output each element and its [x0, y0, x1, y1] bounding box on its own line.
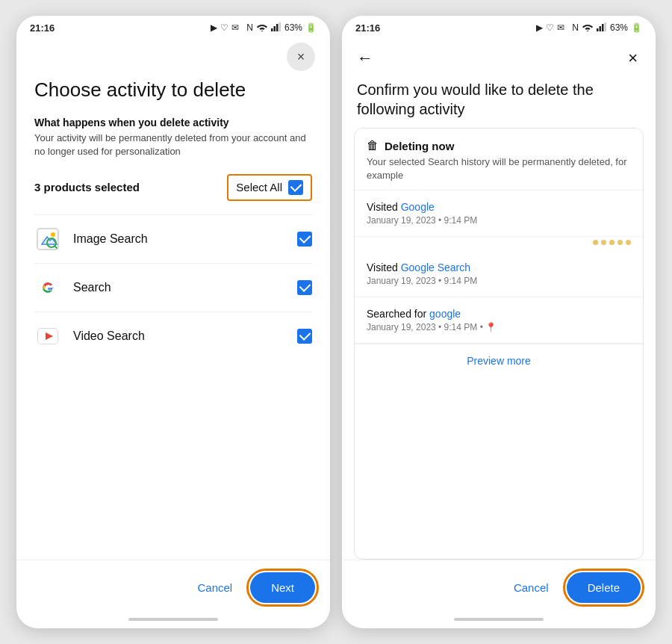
cancel-button-1[interactable]: Cancel	[188, 574, 241, 601]
battery-text: 63%	[284, 22, 302, 33]
cancel-button-2[interactable]: Cancel	[505, 574, 558, 601]
activity-card: 🗑 Deleting now Your selected Search hist…	[354, 128, 644, 560]
dot	[593, 240, 598, 245]
signal-icon-2	[597, 22, 607, 34]
heart-icon-2: ♡	[546, 22, 554, 33]
list-item[interactable]: Video Search	[34, 312, 312, 360]
svg-point-8	[51, 232, 55, 237]
search-name: Search	[73, 281, 297, 294]
status-bar-1: 21:16 ▶ ♡ ✉ N 63% 🔋	[16, 16, 330, 37]
back-arrow-icon: ←	[357, 49, 373, 67]
google-search-link[interactable]: Google Search	[401, 261, 470, 273]
dot	[626, 240, 631, 245]
signal-icon	[271, 22, 281, 34]
back-button[interactable]: ←	[354, 46, 376, 71]
youtube-icon: ▶	[211, 22, 217, 33]
image-search-name: Image Search	[73, 232, 297, 246]
mail-icon-2: ✉	[557, 22, 564, 33]
svg-rect-1	[273, 26, 276, 31]
confirm-title: Confirm you would like to delete the fol…	[342, 74, 656, 128]
products-count: 3 products selected	[34, 181, 140, 193]
heart-icon: ♡	[220, 22, 228, 33]
select-all-box[interactable]: Select All	[227, 174, 312, 201]
status-icons-1: ▶ ♡ ✉ N 63% 🔋	[211, 22, 317, 34]
nfc-icon-2: N	[572, 22, 579, 33]
list-item[interactable]: Search	[34, 263, 312, 312]
searched-google-date: January 19, 2023 • 9:14 PM • 📍	[367, 322, 631, 332]
status-time-2: 21:16	[355, 22, 380, 34]
svg-rect-16	[602, 24, 604, 31]
visited-google-search: Visited Google Search	[367, 261, 631, 273]
battery-icon: 🔋	[305, 22, 317, 33]
list-item[interactable]: Image Search	[34, 214, 312, 263]
home-indicator-2	[454, 618, 544, 621]
screen1-title: Choose activity to delete	[34, 78, 312, 102]
svg-rect-17	[604, 22, 606, 31]
select-all-label: Select All	[236, 181, 282, 193]
video-search-checkbox[interactable]	[297, 329, 312, 344]
screen1-phone: 21:16 ▶ ♡ ✉ N 63% 🔋 × Choose activity to…	[16, 16, 330, 628]
svg-rect-0	[271, 28, 273, 31]
close-icon-2: ×	[628, 49, 638, 67]
dots-separator	[593, 240, 631, 245]
google-link[interactable]: Google	[401, 201, 435, 213]
dot	[601, 240, 606, 245]
deleting-header: 🗑 Deleting now	[367, 139, 631, 152]
svg-rect-2	[276, 24, 279, 31]
what-happens-desc: Your activity will be permanently delete…	[34, 131, 312, 158]
status-icons-2: ▶ ♡ ✉ N 63% 🔋	[536, 22, 642, 34]
nfc-icon: N	[246, 22, 253, 33]
video-search-name: Video Search	[73, 329, 297, 343]
deleting-title: Deleting now	[385, 140, 454, 152]
screen1-footer: Cancel Next	[16, 560, 330, 618]
google-search-icon	[34, 274, 61, 301]
searched-google-link[interactable]: google	[429, 308, 461, 320]
next-button[interactable]: Next	[250, 572, 315, 603]
search-checkbox[interactable]	[297, 280, 312, 295]
trash-icon: 🗑	[367, 139, 379, 152]
battery-icon-2: 🔋	[631, 22, 642, 33]
close-button-2[interactable]: ×	[625, 46, 641, 71]
close-icon: ×	[297, 49, 305, 65]
select-all-checkbox[interactable]	[288, 180, 303, 195]
delete-button[interactable]: Delete	[567, 572, 641, 603]
status-bar-2: 21:16 ▶ ♡ ✉ N 63% 🔋	[342, 16, 656, 37]
preview-more[interactable]: Preview more	[355, 344, 643, 377]
searched-google: Searched for google	[367, 308, 631, 320]
status-time-1: 21:16	[30, 22, 55, 34]
screen2-phone: 21:16 ▶ ♡ ✉ N 63% 🔋 ← × Confirm you woul…	[342, 16, 656, 628]
activity-item: Searched for google January 19, 2023 • 9…	[355, 297, 643, 344]
wifi-icon-2	[582, 22, 594, 34]
activity-item: Visited Google Search January 19, 2023 •…	[355, 251, 643, 297]
close-button[interactable]: ×	[287, 43, 315, 71]
activity-item: Visited Google January 19, 2023 • 9:14 P…	[355, 191, 643, 237]
deleting-row: 🗑 Deleting now Your selected Search hist…	[355, 129, 643, 191]
youtube-icon-2: ▶	[536, 22, 543, 33]
products-row: 3 products selected Select All	[34, 174, 312, 201]
image-search-checkbox[interactable]	[297, 232, 312, 247]
image-search-icon	[34, 226, 61, 253]
product-list: Image Search Search	[34, 214, 312, 360]
visited-google-date: January 19, 2023 • 9:14 PM	[367, 215, 631, 226]
home-indicator-1	[128, 618, 218, 621]
svg-rect-3	[279, 22, 281, 31]
mail-icon: ✉	[231, 22, 239, 33]
visited-google: Visited Google	[367, 201, 631, 213]
svg-rect-14	[597, 28, 599, 31]
what-happens-label: What happens when you delete activity	[34, 117, 312, 129]
dots-row	[355, 237, 643, 251]
deleting-desc: Your selected Search history will be per…	[367, 155, 631, 182]
battery-text-2: 63%	[610, 22, 628, 33]
dot	[609, 240, 615, 245]
wifi-icon	[256, 22, 268, 34]
svg-rect-15	[599, 26, 601, 31]
screen2-footer: Cancel Delete	[342, 560, 656, 618]
video-search-icon	[34, 323, 61, 350]
dot	[617, 240, 623, 245]
screen1-content: × Choose activity to delete What happens…	[16, 37, 330, 560]
nav-bar-2: ← ×	[342, 37, 656, 74]
visited-google-search-date: January 19, 2023 • 9:14 PM	[367, 276, 631, 286]
